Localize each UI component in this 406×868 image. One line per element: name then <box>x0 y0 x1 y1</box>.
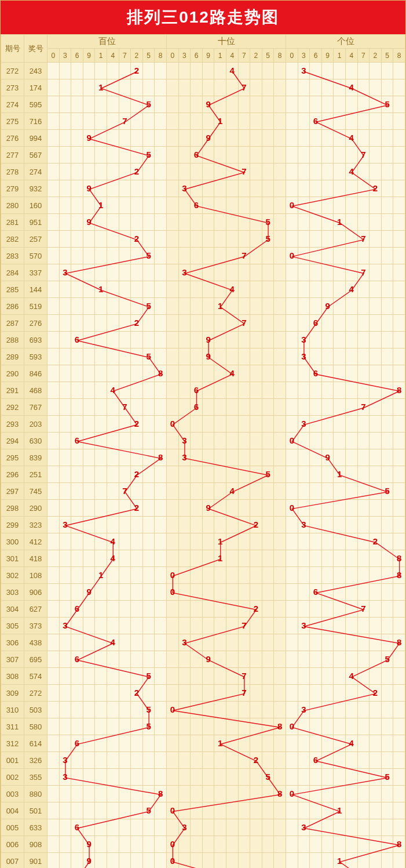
trend-cell <box>167 533 179 550</box>
trend-cell <box>142 449 155 466</box>
number-cell: 570 <box>24 248 47 264</box>
period-cell: 278 <box>1 164 24 180</box>
trend-value: 9 <box>203 348 214 365</box>
trend-cell <box>274 348 286 365</box>
trend-cell <box>202 365 214 382</box>
period-cell: 281 <box>1 214 24 231</box>
trend-cell <box>274 264 286 281</box>
trend-cell <box>202 668 214 685</box>
trend-value: 8 <box>155 786 166 802</box>
trend-value: 6 <box>310 365 321 382</box>
trend-cell: 3 <box>298 348 310 365</box>
trend-cell <box>142 416 155 433</box>
trend-cell <box>202 315 214 332</box>
number-cell: 412 <box>24 533 47 550</box>
digit-header: 3 <box>298 49 310 63</box>
trend-cell: 3 <box>298 618 310 634</box>
number-cell: 468 <box>24 382 47 399</box>
trend-cell <box>59 180 71 197</box>
trend-cell <box>310 702 322 718</box>
trend-value: 7 <box>239 668 250 684</box>
trend-value: 4 <box>346 281 357 297</box>
number-cell: 251 <box>24 466 47 483</box>
trend-cell <box>47 281 60 298</box>
trend-cell <box>155 668 167 685</box>
period-cell: 305 <box>1 618 24 634</box>
trend-cell <box>107 466 119 483</box>
trend-cell: 7 <box>119 483 131 500</box>
trend-cell: 2 <box>131 685 143 702</box>
trend-cell: 7 <box>238 685 250 702</box>
trend-cell: 2 <box>250 752 262 769</box>
trend-cell <box>274 752 286 769</box>
period-cell: 284 <box>1 264 24 281</box>
trend-cell <box>226 214 238 231</box>
trend-cell <box>298 130 310 147</box>
trend-cell <box>262 180 274 197</box>
trend-cell <box>202 399 214 416</box>
trend-cell: 5 <box>262 214 274 231</box>
trend-cell <box>250 769 262 786</box>
trend-cell <box>262 79 274 96</box>
trend-value: 3 <box>60 752 71 768</box>
trend-cell <box>238 63 250 79</box>
trend-cell <box>155 853 167 869</box>
trend-cell: 5 <box>142 348 155 365</box>
trend-cell <box>191 802 203 819</box>
trend-cell <box>357 702 370 718</box>
trend-cell <box>59 382 71 399</box>
number-cell: 633 <box>24 819 47 836</box>
trend-cell <box>357 533 370 550</box>
trend-cell <box>238 802 250 819</box>
trend-cell <box>321 819 334 836</box>
trend-cell <box>178 382 191 399</box>
trend-cell <box>226 382 238 399</box>
period-cell: 001 <box>1 752 24 769</box>
table-row: 272243243 <box>1 63 405 79</box>
trend-cell <box>381 786 393 802</box>
trend-cell <box>95 214 107 231</box>
trend-value: 3 <box>298 416 310 432</box>
period-cell: 298 <box>1 500 24 517</box>
trend-cell <box>393 483 405 500</box>
trend-cell <box>131 130 143 147</box>
trend-cell <box>334 584 346 601</box>
trend-cell <box>178 584 191 601</box>
trend-cell <box>286 802 298 819</box>
trend-cell: 8 <box>274 718 286 735</box>
trend-cell <box>321 550 334 567</box>
trend-cell <box>226 500 238 517</box>
trend-cell <box>155 315 167 332</box>
trend-value: 7 <box>239 79 250 96</box>
trend-cell <box>274 298 286 315</box>
trend-cell <box>286 634 298 651</box>
trend-cell <box>71 483 83 500</box>
trend-cell <box>47 332 60 348</box>
trend-cell <box>262 819 274 836</box>
trend-cell <box>345 315 357 332</box>
trend-cell <box>393 113 405 130</box>
table-row: 275716716 <box>1 113 405 130</box>
trend-cell <box>95 433 107 449</box>
trend-cell <box>274 382 286 399</box>
trend-cell <box>59 197 71 214</box>
trend-cell <box>202 517 214 533</box>
trend-cell <box>286 79 298 96</box>
trend-cell <box>298 433 310 449</box>
group-ge: 个位 <box>286 35 405 49</box>
trend-cell <box>202 752 214 769</box>
trend-cell <box>59 668 71 685</box>
number-cell: 614 <box>24 735 47 752</box>
trend-cell <box>214 618 226 634</box>
trend-cell <box>47 264 60 281</box>
period-cell: 275 <box>1 113 24 130</box>
trend-cell <box>167 433 179 449</box>
trend-cell <box>178 517 191 533</box>
trend-value: 4 <box>346 735 357 751</box>
trend-value: 7 <box>239 315 250 331</box>
trend-cell <box>298 264 310 281</box>
trend-cell <box>250 180 262 197</box>
trend-cell <box>357 416 370 433</box>
trend-cell <box>202 164 214 180</box>
trend-cell <box>286 853 298 869</box>
